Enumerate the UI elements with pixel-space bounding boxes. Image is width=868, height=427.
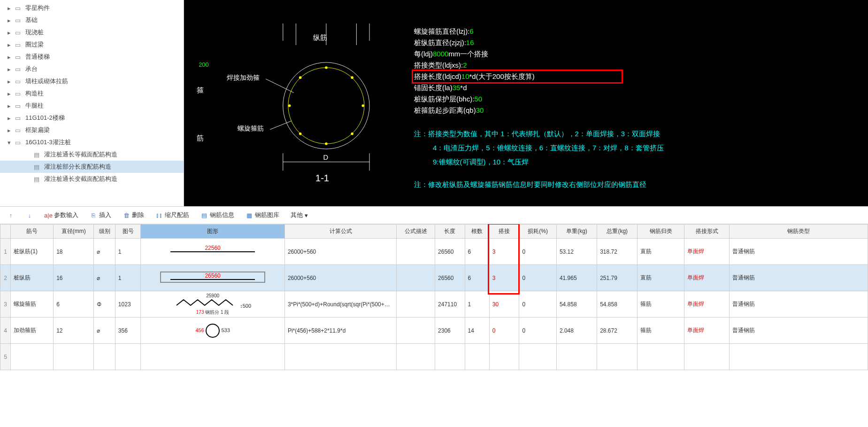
toolbar: ↑ ↓ a|e参数输入 ⎘插入 🗑删除 ⫿⫿缩尺配筋 ▤钢筋信息 ▦钢筋图库 其… (0, 207, 868, 224)
svg-text:200: 200 (199, 61, 208, 68)
col-header[interactable]: 钢筋归类 (638, 225, 684, 239)
svg-text:筋: 筋 (197, 134, 204, 142)
svg-point-1 (288, 68, 364, 144)
cad-notes: 注：搭接类型为数值，其中 1：代表绑扎（默认），2：单面焊接，3：双面焊接 4：… (414, 127, 664, 192)
col-header[interactable]: 总重(kg) (597, 225, 638, 239)
col-header[interactable]: 计算公式 (284, 225, 396, 239)
tree-item[interactable]: 灌注桩部分长度配筋构造 (0, 161, 184, 173)
table-row[interactable]: 2桩纵筋16⌀12656026000+5602656063041.965251.… (0, 265, 868, 291)
table-row[interactable]: 3螺旋箍筋6Φ102325900↕500173 钢筋分 1 段3*Pi*(500… (0, 291, 868, 318)
col-header[interactable]: 长度 (435, 225, 465, 239)
rebar-grid[interactable]: 筋号直径(mm)级别图号图形计算公式公式描述长度根数搭接损耗(%)单重(kg)总… (0, 224, 868, 427)
col-header[interactable]: 搭接 (489, 225, 519, 239)
svg-line-22 (270, 121, 292, 129)
tree-item[interactable]: ▸墙柱或砌体拉筋 (0, 75, 184, 87)
lib-btn[interactable]: ▦钢筋图库 (243, 210, 282, 221)
svg-point-11 (351, 76, 353, 79)
svg-text:纵筋: 纵筋 (313, 34, 327, 41)
svg-point-0 (283, 62, 369, 149)
table-row[interactable]: 4加劲箍筋12⌀356456 533Pi*(456)+588+2*11.9*d2… (0, 318, 868, 344)
svg-point-16 (288, 104, 291, 107)
tree-item[interactable]: ▸现浇桩 (0, 26, 184, 39)
col-header[interactable]: 搭接形式 (684, 225, 729, 239)
tree-item[interactable]: ▸构造柱 (0, 87, 184, 100)
col-header[interactable]: 单重(kg) (556, 225, 597, 239)
tree-item[interactable]: ▸11G101-2楼梯 (0, 112, 184, 124)
col-header[interactable]: 筋号 (11, 225, 54, 239)
svg-point-15 (299, 132, 302, 135)
svg-point-10 (325, 66, 328, 69)
svg-text:1-1: 1-1 (315, 173, 329, 183)
tree-item[interactable]: ▸零星构件 (0, 2, 184, 14)
insert-btn[interactable]: ⎘插入 (87, 210, 114, 221)
col-header[interactable]: 公式描述 (397, 225, 435, 239)
tree-item[interactable]: ▸承台 (0, 63, 184, 75)
tree-item[interactable]: ▸圈过梁 (0, 39, 184, 51)
svg-text:D: D (323, 154, 328, 161)
col-header[interactable]: 图形 (141, 225, 285, 239)
arrow-left-btn[interactable]: ↑ (5, 210, 17, 220)
highlight-box-param (412, 70, 623, 84)
scale-btn[interactable]: ⫿⫿缩尺配筋 (153, 210, 192, 221)
table-row[interactable]: 1桩纵筋(1)18⌀12256026000+5602656063053.1231… (0, 239, 868, 265)
param-input-btn[interactable]: a|e参数输入 (42, 210, 81, 221)
col-header[interactable]: 根数 (465, 225, 489, 239)
tree-item[interactable]: 灌注桩通长等截面配筋构造 (0, 148, 184, 161)
svg-point-13 (351, 132, 353, 135)
col-header[interactable]: 级别 (94, 225, 115, 239)
tree-item[interactable]: ▸基础 (0, 14, 184, 26)
info-btn[interactable]: ▤钢筋信息 (198, 210, 237, 221)
cad-viewport[interactable]: 纵筋 焊接加劲箍 螺旋箍筋 D 1-1 200 箍 筋 螺旋箍筋直径(lzj):… (184, 0, 868, 206)
other-btn[interactable]: 其他 ▾ (288, 210, 310, 221)
col-header[interactable]: 直径(mm) (54, 225, 94, 239)
tree-item[interactable]: ▸牛腿柱 (0, 100, 184, 112)
svg-point-17 (299, 76, 302, 79)
col-header[interactable]: 损耗(%) (519, 225, 556, 239)
tree-item[interactable]: ▾16G101-3灌注桩 (0, 136, 184, 148)
tree-item[interactable]: ▸框架扁梁 (0, 124, 184, 136)
svg-line-20 (266, 79, 294, 93)
svg-text:螺旋箍筋: 螺旋箍筋 (238, 124, 264, 132)
cad-drawing: 纵筋 焊接加劲箍 螺旋箍筋 D 1-1 200 箍 筋 (193, 23, 381, 188)
col-header[interactable]: 图号 (115, 225, 140, 239)
svg-text:焊接加劲箍: 焊接加劲箍 (227, 74, 260, 81)
tree-item[interactable]: 灌注桩通长变截面配筋构造 (0, 173, 184, 185)
delete-btn[interactable]: 🗑删除 (120, 210, 146, 221)
tree-panel: ▸零星构件▸基础▸现浇桩▸圈过梁▸普通楼梯▸承台▸墙柱或砌体拉筋▸构造柱▸牛腿柱… (0, 0, 184, 206)
arrow-down-btn[interactable]: ↓ (23, 210, 36, 220)
col-header[interactable] (0, 225, 11, 239)
col-header[interactable]: 钢筋类型 (729, 225, 868, 239)
table-row[interactable]: 5 (0, 344, 868, 370)
svg-text:箍: 箍 (197, 86, 204, 94)
svg-point-12 (361, 104, 364, 107)
tree-item[interactable]: ▸普通楼梯 (0, 51, 184, 63)
svg-point-14 (325, 142, 328, 145)
